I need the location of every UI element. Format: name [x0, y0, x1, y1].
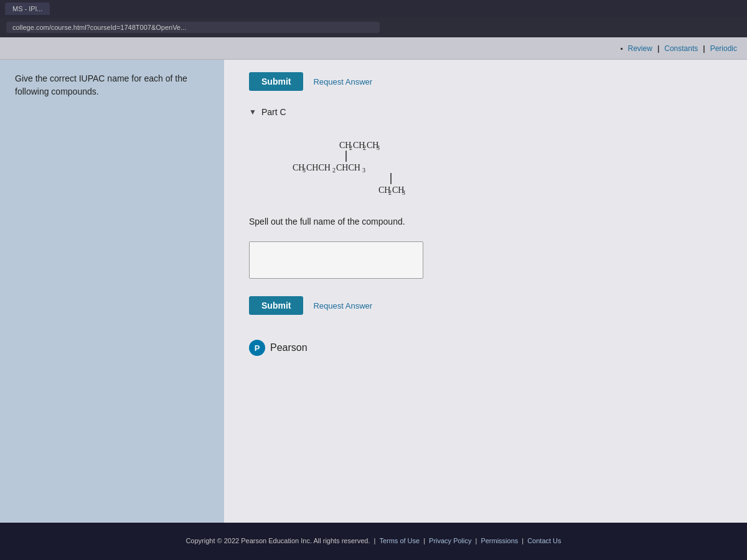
constants-link[interactable]: Constants — [664, 44, 698, 53]
terms-link[interactable]: Terms of Use — [379, 537, 420, 544]
footer-sep2: | — [423, 537, 425, 544]
instruction-panel: Give the correct IUPAC name for each of … — [0, 60, 224, 523]
bottom-request-answer-link[interactable]: Request Answer — [313, 301, 372, 310]
svg-text:3: 3 — [362, 167, 365, 174]
footer-sep1: | — [374, 537, 376, 544]
active-tab[interactable]: MS - IPl... — [5, 2, 50, 15]
footer-copyright: Copyright © 2022 Pearson Education Inc. … — [186, 537, 370, 544]
part-c-label: Part C — [261, 107, 286, 117]
svg-text:3: 3 — [377, 144, 380, 151]
contact-link[interactable]: Contact Us — [527, 537, 561, 544]
chemical-structure-svg: CH 2 CH 2 CH 3 CH 3 CHCH 2 CHCH 3 — [286, 138, 486, 200]
permissions-link[interactable]: Permissions — [481, 537, 518, 544]
nav-sep2: | — [703, 44, 705, 53]
svg-text:CHCH: CHCH — [306, 163, 331, 172]
svg-text:CHCH: CHCH — [336, 163, 360, 172]
svg-text:3: 3 — [402, 189, 405, 196]
question-area: Submit Request Answer ▼ Part C CH 2 CH 2… — [224, 60, 747, 523]
top-submit-row: Submit Request Answer — [249, 72, 722, 91]
bottom-submit-button[interactable]: Submit — [249, 296, 303, 315]
top-nav: ▪ Review | Constants | Periodic — [0, 37, 747, 60]
instruction-text: Give the correct IUPAC name for each of … — [15, 72, 209, 98]
review-link[interactable]: Review — [628, 44, 652, 53]
nav-links: ▪ Review | Constants | Periodic — [620, 44, 737, 53]
footer: Copyright © 2022 Pearson Education Inc. … — [0, 523, 747, 560]
footer-sep3: | — [476, 537, 477, 544]
privacy-link[interactable]: Privacy Policy — [429, 537, 471, 544]
nav-sep1: | — [657, 44, 659, 53]
part-c-header: ▼ Part C — [249, 107, 722, 117]
svg-text:3: 3 — [303, 167, 306, 174]
answer-input[interactable] — [249, 241, 423, 279]
main-content: ▪ Review | Constants | Periodic Give the… — [0, 37, 747, 523]
browser-bar: college.com/course.html?courseId=1748T00… — [0, 17, 747, 37]
svg-text:2: 2 — [332, 167, 336, 174]
bottom-submit-row: Submit Request Answer — [249, 296, 722, 315]
pearson-brand: P Pearson — [249, 340, 722, 356]
chemical-structure: CH 2 CH 2 CH 3 CH 3 CHCH 2 CHCH 3 — [249, 132, 722, 207]
nav-icon: ▪ — [620, 44, 622, 53]
svg-text:2: 2 — [349, 144, 352, 151]
chevron-down-icon: ▼ — [249, 108, 256, 116]
periodic-link[interactable]: Periodic — [710, 44, 737, 53]
top-submit-button[interactable]: Submit — [249, 72, 303, 91]
footer-sep4: | — [522, 537, 524, 544]
footer-links: Copyright © 2022 Pearson Education Inc. … — [186, 537, 561, 544]
top-request-answer-link[interactable]: Request Answer — [313, 77, 372, 86]
svg-text:2: 2 — [388, 189, 392, 196]
spell-instruction: Spell out the full name of the compound. — [249, 217, 722, 226]
url-bar[interactable]: college.com/course.html?courseId=1748T00… — [6, 22, 380, 33]
pearson-brand-name: Pearson — [270, 342, 308, 353]
pearson-logo: P — [249, 340, 265, 356]
svg-text:2: 2 — [363, 144, 366, 151]
tab-bar: MS - IPl... — [0, 0, 747, 17]
content-wrapper: Give the correct IUPAC name for each of … — [0, 60, 747, 523]
